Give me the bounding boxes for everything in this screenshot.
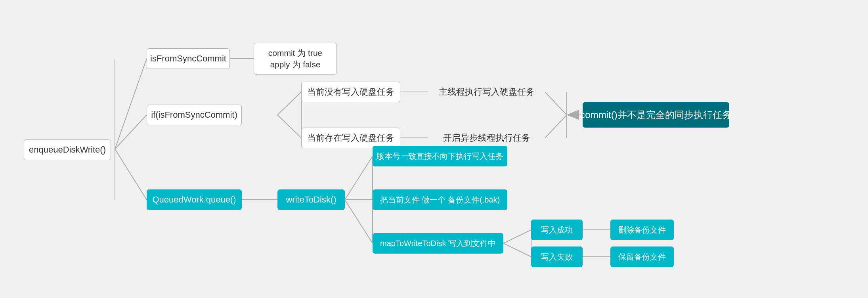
svg-line-20 [503,230,531,243]
write-to-disk-node: writeToDisk() [277,189,345,210]
svg-line-6 [277,92,301,115]
commit-true-node: commit 为 true apply 为 false [254,43,337,74]
version-match-node: 版本号一致直接不向下执行写入任务 [373,146,507,166]
has-disk-task-node: 当前存在写入硬盘任务 [301,128,400,148]
async-thread-write-node: 开启异步线程执行任务 [428,128,545,148]
keep-backup-node: 保留备份文件 [610,246,674,267]
no-disk-task-node: 当前没有写入硬盘任务 [301,82,400,102]
delete-backup-node: 删除备份文件 [610,220,674,240]
write-success-node: 写入成功 [531,220,583,240]
svg-line-18 [345,200,373,243]
svg-line-12 [545,115,567,138]
main-thread-write-node: 主线程执行写入硬盘任务 [428,82,545,102]
write-fail-node: 写入失败 [531,246,583,267]
svg-line-21 [503,243,531,257]
backup-file-node: 把当前文件 做一个 备份文件(.bak) [373,189,507,210]
if-is-from-sync-commit-node: if(isFromSyncCommit) [147,105,242,125]
svg-line-16 [345,156,373,200]
root-node: enqueueDiskWrite() [24,139,111,160]
svg-line-0 [115,59,147,149]
map-to-write-to-disk-node: mapToWriteToDisk 写入到文件中 [373,233,503,254]
svg-line-7 [277,115,301,138]
queued-work-node: QueuedWork.queue() [147,189,242,210]
commit-conclusion-node: commit()并不是完全的同步执行任务 [583,102,729,128]
svg-line-1 [115,115,147,149]
mind-map-diagram: enqueueDiskWrite() isFromSyncCommit comm… [0,0,868,298]
svg-line-11 [545,92,567,115]
svg-line-2 [115,149,147,200]
is-from-sync-commit-node: isFromSyncCommit [147,48,230,69]
